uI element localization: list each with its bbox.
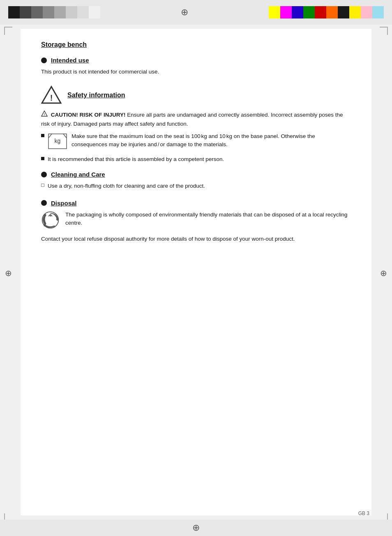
disposal-section: Disposal The packaging is wholly compose… (41, 200, 351, 243)
color-swatch (89, 6, 100, 18)
load-item-content: kg Make sure that the maximum load on th… (48, 132, 351, 152)
color-swatch (292, 6, 303, 18)
disposal-item-text: The packaging is wholly composed of envi… (65, 211, 351, 228)
color-swatch (372, 6, 384, 18)
cleaning-care-heading: Cleaning and Care (41, 171, 351, 178)
safety-information-title: Safety information (67, 92, 125, 99)
warning-triangle-icon: ! (41, 85, 62, 106)
caution-triangle-icon: ! (41, 110, 48, 120)
crosshair-bottom: ⊕ (192, 522, 200, 533)
bullet-circle-icon (41, 200, 47, 206)
safety-list-item-load: kg Make sure that the maximum load on th… (41, 132, 351, 152)
assembly-text: It is recommended that this article is a… (48, 155, 224, 163)
disposal-heading: Disposal (41, 200, 351, 207)
color-swatch (8, 6, 20, 18)
svg-text:!: ! (50, 93, 53, 102)
intended-use-title: Intended use (51, 57, 89, 64)
color-swatch (280, 6, 292, 18)
color-swatch (269, 6, 280, 18)
color-swatch (349, 6, 361, 18)
square-bullet-icon (41, 157, 44, 160)
color-swatch (361, 6, 372, 18)
square-bullet-icon (41, 134, 44, 137)
color-swatch (66, 6, 77, 18)
cleaning-care-section: Cleaning and Care Use a dry, non-fluffin… (41, 171, 351, 190)
svg-line-7 (63, 134, 67, 138)
color-swatch (54, 6, 66, 18)
color-swatch (77, 6, 89, 18)
bottom-bar: ⊕ (0, 520, 392, 536)
color-swatch (43, 6, 54, 18)
cleaning-care-title: Cleaning and Care (51, 171, 105, 178)
crosshair-left: ⊕ (5, 268, 12, 278)
color-blocks-left (8, 6, 100, 18)
page-number: GB 3 (358, 511, 369, 516)
crosshair-center-top: ⊕ (181, 7, 188, 18)
color-swatch (303, 6, 315, 18)
intended-use-heading: Intended use (41, 57, 351, 64)
color-blocks-right (269, 6, 384, 18)
color-swatch (338, 6, 349, 18)
color-swatch (31, 6, 43, 18)
svg-line-6 (48, 134, 52, 138)
bullet-circle-icon (41, 172, 47, 177)
cleaning-bullet-list: Use a dry, non-fluffing cloth for cleani… (41, 182, 351, 190)
load-text: Make sure that the maximum load on the s… (71, 132, 351, 149)
caution-label: CAUTION! RISK OF INJURY! (51, 112, 126, 118)
svg-text:kg: kg (55, 138, 61, 144)
bullet-circle-icon (41, 58, 47, 63)
caution-block: ! CAUTION! RISK OF INJURY! Ensure all pa… (41, 110, 351, 128)
color-swatch (20, 6, 31, 18)
safety-information-section: ! Safety information ! CAUTION! RISK OF … (41, 85, 351, 163)
safety-header: ! Safety information (41, 85, 351, 106)
top-bar: ⊕ (0, 0, 392, 25)
safety-list-item-assembly: It is recommended that this article is a… (41, 155, 351, 163)
kg-box-icon: kg (48, 133, 67, 150)
cleaning-list-item: Use a dry, non-fluffing cloth for cleani… (41, 182, 351, 190)
color-swatch (326, 6, 338, 18)
safety-bullet-list: kg Make sure that the maximum load on th… (41, 132, 351, 164)
color-swatch (315, 6, 326, 18)
small-square-bullet-icon (41, 184, 44, 187)
page-footer: GB 3 (358, 511, 369, 516)
svg-text:!: ! (44, 113, 45, 116)
corner-mark-tl (4, 27, 12, 35)
cleaning-text: Use a dry, non-fluffing cloth for cleani… (48, 182, 205, 190)
page-title: Storage bench (41, 41, 351, 48)
disposal-item: The packaging is wholly composed of envi… (41, 211, 351, 229)
recycle-icon (41, 211, 60, 229)
main-content: Storage bench Intended use This product … (21, 29, 371, 515)
corner-mark-tr (380, 27, 388, 35)
intended-use-body: This product is not intended for commerc… (41, 68, 351, 76)
crosshair-right: ⊕ (380, 268, 387, 278)
intended-use-section: Intended use This product is not intende… (41, 57, 351, 76)
disposal-title: Disposal (51, 200, 77, 207)
disposal-body-text: Contact your local refuse disposal autho… (41, 235, 351, 243)
